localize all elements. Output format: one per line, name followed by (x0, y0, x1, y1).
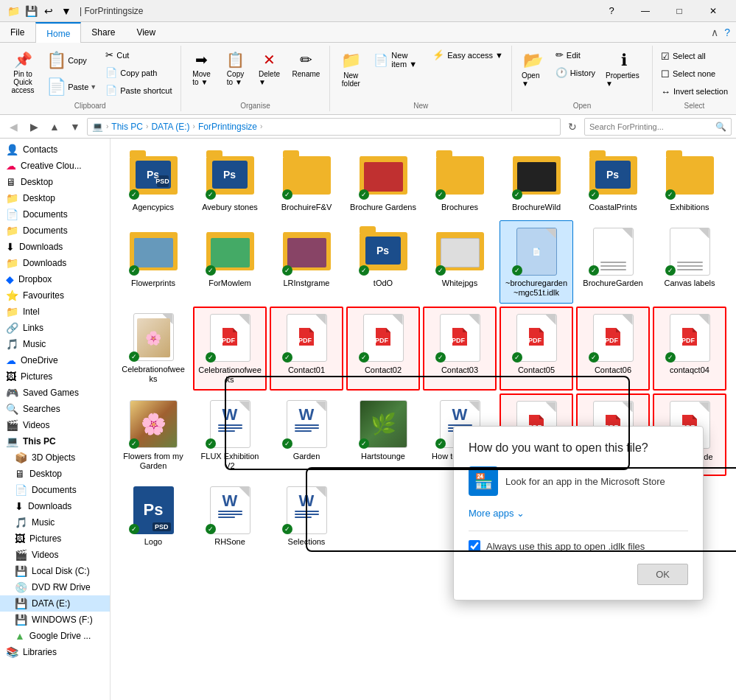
sidebar-item-onedrive[interactable]: ☁ OneDrive (0, 352, 110, 368)
more-apps-link[interactable]: More apps ⌄ (469, 508, 688, 519)
maximize-button[interactable]: □ (662, 0, 696, 22)
easy-access-button[interactable]: ⚡ Easy access ▼ (429, 47, 507, 63)
file-item-todo[interactable]: Ps ✓ tOdO (346, 220, 420, 303)
file-item-hartstounge[interactable]: 🌿 ✓ Hartstounge (346, 393, 420, 476)
file-item-flowers-garden[interactable]: 🌸 ✓ Flowers from my Garden (116, 393, 190, 476)
sidebar-item-downloads2[interactable]: 📁 Downloads (0, 255, 110, 271)
tab-file[interactable]: File (0, 22, 35, 43)
file-item-flowerprints[interactable]: ✓ Flowerprints (116, 220, 190, 303)
properties-button[interactable]: ℹ Properties ▼ (600, 47, 648, 91)
sidebar-item-favourites[interactable]: ⭐ Favourites (0, 287, 110, 304)
sidebar-item-creative-cloud[interactable]: ☁ Creative Clou... (0, 158, 110, 174)
sidebar-item-dropbox[interactable]: ◆ Dropbox (0, 271, 110, 287)
file-item-contact06[interactable]: PDF ✓ Contact06 (576, 307, 650, 391)
cut-button[interactable]: ✂ Cut (102, 47, 175, 63)
paste-shortcut-button[interactable]: 📄 Paste shortcut (102, 83, 175, 98)
sidebar-item-pictures[interactable]: 🖼 Pictures (0, 368, 110, 385)
path-data-e[interactable]: DATA (E:) (151, 122, 189, 132)
copy-button[interactable]: 📋 Copy (43, 47, 100, 74)
minimize-button[interactable]: — (628, 0, 662, 22)
ribbon-collapse-icon[interactable]: ∧ (711, 27, 718, 38)
file-item-formowlem[interactable]: ✓ ForMowlem (193, 220, 267, 303)
copy-path-button[interactable]: 📄 Copy path (102, 65, 175, 80)
search-input[interactable] (589, 122, 712, 131)
sidebar-item-intel[interactable]: 📁 Intel (0, 304, 110, 320)
file-item-brochure-wild[interactable]: ✓ BrochureWild (500, 144, 573, 217)
file-item-idlk[interactable]: 📄 ✓ ~brochuregarden~mgc51t.idlk (500, 220, 573, 303)
file-item-garden[interactable]: W ✓ Garden (270, 393, 343, 476)
sidebar-item-music[interactable]: 🎵 Music (0, 336, 110, 352)
file-item-lrinstgrame[interactable]: ✓ LRInstgrame (270, 220, 343, 303)
sidebar-item-saved-games[interactable]: 🎮 Saved Games (0, 385, 110, 401)
sidebar-item-downloads-pc[interactable]: ⬇ Downloads (0, 498, 110, 514)
pin-button[interactable]: 📌 Pin to Quickaccess (4, 47, 41, 98)
history-button[interactable]: 🕐 History (552, 65, 599, 80)
file-item-contact05[interactable]: PDF ✓ Contact05 (500, 307, 573, 391)
sidebar-item-videos-pc[interactable]: 🎬 Videos (0, 547, 110, 563)
title-dropdown-icon[interactable]: ▼ (59, 4, 74, 18)
move-to-button[interactable]: ➡ Moveto ▼ (186, 47, 218, 90)
ribbon-help-icon[interactable]: ? (724, 27, 730, 38)
always-open-checkbox[interactable] (469, 540, 480, 552)
sidebar-item-windows-f[interactable]: 💾 WINDOWS (F:) (0, 612, 110, 628)
file-item-celebration-pdf[interactable]: PDF ✓ Celebrationofweeks (193, 307, 267, 391)
path-forprinting[interactable]: ForPrintingsize (198, 122, 257, 132)
paste-button[interactable]: 📄 Paste ▼ (43, 74, 100, 100)
sidebar-item-dvd-drive[interactable]: 💿 DVD RW Drive (0, 579, 110, 595)
file-item-coastal-prints[interactable]: Ps ✓ CoastalPrints (576, 144, 650, 217)
sidebar-item-google-drive[interactable]: ▲ Google Drive ... (0, 628, 110, 644)
sidebar-item-videos[interactable]: 🎬 Videos (0, 417, 110, 433)
refresh-button[interactable]: ↻ (564, 118, 581, 136)
sidebar-item-desktop-pc[interactable]: 🖥 Desktop (0, 466, 110, 482)
file-item-flux[interactable]: W ✓ FLUX Exhibition V2 (193, 393, 267, 476)
recent-locations-button[interactable]: ▼ (66, 118, 84, 136)
select-none-button[interactable]: ☐ Select none (657, 66, 719, 82)
sidebar-item-data-e[interactable]: 💾 DATA (E:) (0, 595, 110, 612)
path-this-pc[interactable]: This PC (111, 122, 143, 132)
up-button[interactable]: ▲ (46, 118, 63, 136)
new-folder-button[interactable]: 📁 Newfolder (334, 47, 367, 91)
file-item-contact03[interactable]: PDF ✓ Contact03 (423, 307, 497, 391)
file-item-brochure-gardens[interactable]: ✓ Brochure Gardens (346, 144, 420, 217)
new-item-button[interactable]: 📄 New item ▼ (368, 47, 427, 72)
invert-selection-button[interactable]: ↔ Invert selection (657, 84, 732, 99)
sidebar-item-contacts[interactable]: 👤 Contacts (0, 141, 110, 158)
search-box[interactable]: 🔍 (584, 118, 732, 136)
file-item-agencypics[interactable]: Ps PSD ✓ Agencypics (116, 144, 190, 217)
sidebar-item-libraries[interactable]: 📚 Libraries (0, 644, 110, 660)
sidebar-item-searches[interactable]: 🔍 Searches (0, 401, 110, 417)
file-item-brochuregarden-doc[interactable]: ✓ BrochureGarden (576, 220, 650, 303)
sidebar-item-downloads1[interactable]: ⬇ Downloads (0, 239, 110, 255)
sidebar-item-documents1[interactable]: 📄 Documents (0, 206, 110, 223)
tab-view[interactable]: View (126, 22, 167, 43)
file-item-canvas-labels[interactable]: ✓ Canvas labels (653, 220, 726, 303)
open-button[interactable]: 📂 Open ▼ (516, 47, 550, 91)
sidebar-item-desktop2[interactable]: 📁 Desktop (0, 190, 110, 206)
paste-dropdown-icon[interactable]: ▼ (90, 83, 97, 91)
sidebar-item-this-pc[interactable]: 💻 This PC (0, 433, 110, 449)
address-path[interactable]: 💻 › This PC › DATA (E:) › ForPrintingsiz… (87, 118, 561, 136)
file-item-contact01[interactable]: PDF ✓ Contact01 (270, 307, 343, 391)
sidebar-item-links[interactable]: 🔗 Links (0, 320, 110, 336)
back-button[interactable]: ◀ (4, 118, 22, 136)
help-button[interactable]: ? (595, 0, 628, 22)
file-item-logo[interactable]: Ps PSD ✓ Logo (116, 479, 190, 552)
delete-button[interactable]: ✕ Delete▼ (253, 47, 286, 90)
sidebar-item-documents-pc[interactable]: 📄 Documents (0, 482, 110, 498)
sidebar-item-music-pc[interactable]: 🎵 Music (0, 514, 110, 531)
close-button[interactable]: ✕ (696, 0, 730, 22)
sidebar-item-pictures-pc[interactable]: 🖼 Pictures (0, 531, 110, 547)
sidebar-item-documents2[interactable]: 📁 Documents (0, 223, 110, 239)
file-item-whitejpgs[interactable]: ✓ Whitejpgs (423, 220, 497, 303)
tab-share[interactable]: Share (81, 22, 126, 43)
sidebar-item-desktop1[interactable]: 🖥 Desktop (0, 174, 110, 190)
file-item-contact02[interactable]: PDF ✓ Contact02 (346, 307, 420, 391)
file-item-selections[interactable]: W ✓ Selections (270, 479, 343, 552)
edit-button[interactable]: ✏ Edit (552, 47, 599, 63)
file-item-contaqct04[interactable]: PDF ✓ contaqct04 (653, 307, 726, 391)
tab-home[interactable]: Home (35, 22, 81, 43)
file-item-exhibitions[interactable]: ✓ Exhibitions (653, 144, 726, 217)
file-item-celebration-img[interactable]: 🌸 ✓ Celebrationofweeks (116, 307, 190, 391)
file-item-avebury[interactable]: Ps ✓ Avebury stones (193, 144, 267, 217)
file-item-rhsone[interactable]: W ✓ RHSone (193, 479, 267, 552)
